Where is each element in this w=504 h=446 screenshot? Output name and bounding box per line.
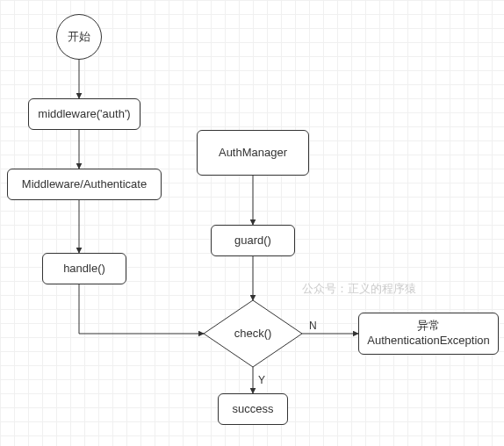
start-label: 开始 [68,30,90,45]
edge-no-label: N [309,320,317,332]
success-node: success [218,393,288,425]
check-label-wrap: check() [204,300,302,367]
watermark-text: 公众号：正义的程序猿 [302,281,416,297]
middleware-auth-label: middleware('auth') [38,107,130,122]
start-node: 开始 [56,14,102,60]
check-label: check() [234,327,272,342]
exception-node: 异常 AuthenticationException [358,313,499,355]
guard-label: guard() [234,234,271,248]
auth-manager-label: AuthManager [219,146,287,161]
handle-label: handle() [63,262,105,277]
exception-label-1: 异常 [417,319,440,332]
guard-node: guard() [211,225,295,256]
flow-arrows [0,0,504,446]
handle-node: handle() [42,253,126,284]
exception-label-2: AuthenticationException [367,334,489,347]
middleware-auth-node: middleware('auth') [28,98,140,130]
auth-manager-node: AuthManager [197,130,309,176]
edge-yes-label: Y [258,374,265,386]
middleware-authenticate-label: Middleware/Authenticate [22,177,147,192]
middleware-authenticate-node: Middleware/Authenticate [7,169,162,200]
success-label: success [233,402,274,417]
